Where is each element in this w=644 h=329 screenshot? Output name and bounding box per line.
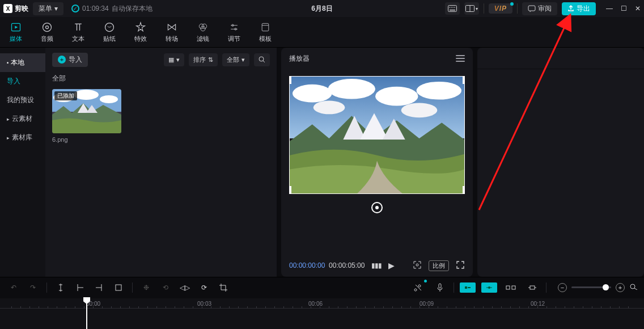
window-controls: — ☐ ✕ xyxy=(606,5,641,12)
review-button[interactable]: 审阅 xyxy=(522,2,557,15)
trim-right-button[interactable] xyxy=(91,280,107,295)
tab-media[interactable]: 媒体 xyxy=(0,22,31,43)
player-panel: 播放器 xyxy=(281,48,473,277)
svg-point-5 xyxy=(452,7,454,8)
search-button[interactable] xyxy=(254,53,270,66)
rotate-button[interactable]: ⟳ xyxy=(196,280,212,295)
export-button[interactable]: 导出 xyxy=(562,2,596,15)
svg-rect-41 xyxy=(439,284,441,288)
auto-cut-button[interactable] xyxy=(410,280,426,295)
thumbnail-name: 6.png xyxy=(52,136,121,143)
svg-point-33 xyxy=(417,82,461,100)
tab-audio[interactable]: 音频 xyxy=(31,22,62,43)
crop-frame-icon[interactable] xyxy=(413,260,422,271)
reverse-button[interactable]: ⟲ xyxy=(158,280,173,295)
track-toggle-2[interactable] xyxy=(481,280,497,295)
fullscreen-icon[interactable] xyxy=(456,260,465,271)
zoom-out-button[interactable]: − xyxy=(558,283,567,292)
zoom-slider[interactable] xyxy=(571,286,611,288)
search-icon xyxy=(259,56,265,63)
svg-rect-40 xyxy=(116,285,121,290)
track-toggle-3[interactable] xyxy=(503,280,519,295)
tab-label: 特效 xyxy=(134,35,147,43)
svg-point-32 xyxy=(375,87,418,106)
ratio-button[interactable]: 比例 xyxy=(429,260,449,271)
svg-point-47 xyxy=(630,284,635,289)
tab-effect[interactable]: 特效 xyxy=(125,22,156,43)
redo-button[interactable]: ↷ xyxy=(25,280,41,295)
svg-point-31 xyxy=(328,79,375,99)
svg-rect-44 xyxy=(506,286,510,289)
save-message: 自动保存本地 xyxy=(112,4,152,14)
delete-button[interactable] xyxy=(111,280,126,295)
tab-text[interactable]: 文本 xyxy=(62,22,94,43)
timeline[interactable]: 00:0000:0300:0600:0900:12 xyxy=(0,298,644,329)
main-tabs: 媒体 音频 文本 贴纸 特效 转场 滤镜 调节 模板 xyxy=(0,17,644,48)
tab-transition[interactable]: 转场 xyxy=(156,22,187,43)
import-label: 导入 xyxy=(69,55,82,65)
timeline-toolbar: ↶ ↷ ❉ ⟲ ◁▷ ⟳ − + xyxy=(0,277,644,297)
vip-button[interactable]: VIP xyxy=(489,3,512,14)
tab-label: 音频 xyxy=(41,35,53,43)
player-title: 播放器 xyxy=(289,54,310,64)
tab-filter[interactable]: 滤镜 xyxy=(187,22,218,43)
view-mode-button[interactable]: ▦ ▾ xyxy=(164,53,184,66)
sidebar-item-library[interactable]: ▸素材库 xyxy=(0,128,45,147)
svg-point-3 xyxy=(449,7,450,8)
crop-button[interactable] xyxy=(215,280,231,295)
preview-canvas[interactable] xyxy=(289,76,465,194)
ruler-tick: 00:09 xyxy=(420,301,434,307)
minimize-button[interactable]: — xyxy=(606,5,613,12)
media-sidebar: •本地 导入 我的预设 ▸云素材 ▸素材库 xyxy=(0,48,45,277)
autosave-status: ✓ 01:09:34 自动保存本地 xyxy=(71,4,152,14)
svg-point-39 xyxy=(416,264,418,266)
volume-bars-icon[interactable]: ▮▮▮ xyxy=(371,261,382,269)
check-icon: ✓ xyxy=(71,5,79,12)
import-button[interactable]: + 导入 xyxy=(52,53,88,67)
player-menu-icon[interactable] xyxy=(456,55,465,62)
svg-rect-42 xyxy=(465,286,467,289)
review-icon xyxy=(528,5,536,12)
playhead[interactable] xyxy=(86,298,87,329)
svg-rect-46 xyxy=(530,286,535,289)
zoom-in-button[interactable]: + xyxy=(616,283,625,292)
sidebar-item-preset[interactable]: 我的预设 xyxy=(0,91,45,109)
sort-button[interactable]: 排序 ⇅ xyxy=(189,53,218,66)
menu-button[interactable]: 菜单 ▾ xyxy=(33,2,63,15)
zoom-fit-button[interactable] xyxy=(629,283,638,292)
close-button[interactable]: ✕ xyxy=(635,5,641,12)
tab-template[interactable]: 模板 xyxy=(249,22,281,43)
svg-rect-1 xyxy=(448,6,456,12)
play-button[interactable]: ▶ xyxy=(388,261,395,270)
timecode: 00:00:00:00 00:00:05:00 xyxy=(289,261,365,269)
trim-left-button[interactable] xyxy=(72,280,88,295)
keyboard-icon[interactable] xyxy=(445,2,460,15)
svg-line-22 xyxy=(263,61,265,62)
chevron-down-icon: ▾ xyxy=(476,6,478,11)
ruler-tick: 00:03 xyxy=(197,301,211,307)
tab-sticker[interactable]: 贴纸 xyxy=(94,22,125,43)
project-title: 6月8日 xyxy=(311,4,332,14)
svg-point-25 xyxy=(74,90,99,100)
sidebar-item-cloud[interactable]: ▸云素材 xyxy=(0,109,45,128)
plus-icon: + xyxy=(58,56,66,64)
track-toggle-1[interactable] xyxy=(460,280,476,295)
mic-button[interactable] xyxy=(432,280,448,295)
sidebar-item-import[interactable]: 导入 xyxy=(0,72,45,91)
undo-button[interactable]: ↶ xyxy=(6,280,22,295)
sidebar-item-local[interactable]: •本地 xyxy=(0,53,45,72)
tab-label: 调节 xyxy=(228,35,240,43)
layout-icon[interactable]: ▾ xyxy=(464,2,479,15)
tab-adjust[interactable]: 调节 xyxy=(218,22,249,43)
rotate-handle[interactable] xyxy=(371,202,383,213)
svg-rect-20 xyxy=(262,23,269,31)
mirror-button[interactable]: ◁▷ xyxy=(177,280,193,295)
track-toggle-4[interactable] xyxy=(524,280,540,295)
maximize-button[interactable]: ☐ xyxy=(621,5,627,12)
filter-button[interactable]: 全部 ▾ xyxy=(222,53,249,66)
split-button[interactable] xyxy=(53,280,69,295)
freeze-button[interactable]: ❉ xyxy=(138,280,154,295)
tab-label: 模板 xyxy=(259,35,272,43)
media-thumbnail[interactable]: 已添加 6.png xyxy=(52,89,121,143)
export-icon xyxy=(567,5,574,12)
